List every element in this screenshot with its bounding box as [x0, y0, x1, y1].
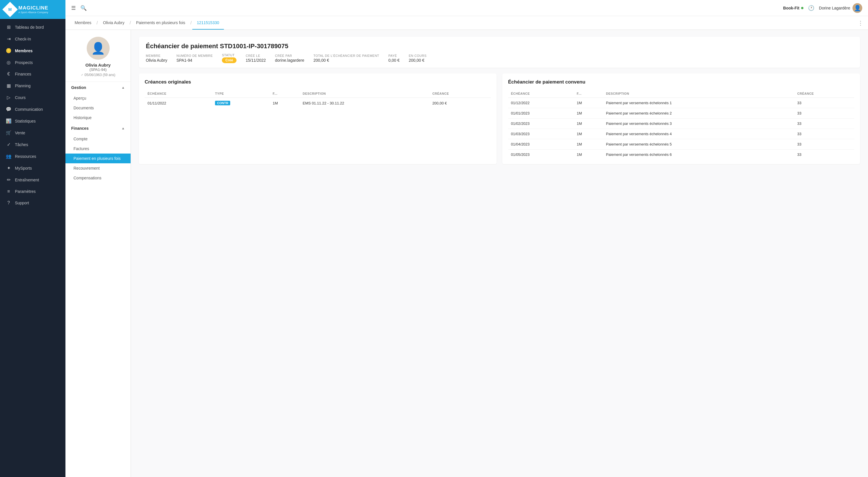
creances-table: ÉCHÉANCE TYPE F... DESCRIPTION CRÉANCE 0…	[145, 90, 491, 108]
avatar: 👤	[852, 3, 862, 13]
table-row[interactable]: 01/04/2023 1M Paiement par versements éc…	[508, 139, 854, 150]
sidebar-item-planning[interactable]: ▦ Planning	[0, 80, 65, 92]
col-echeance: ÉCHÉANCE	[145, 90, 212, 98]
logo[interactable]: M MAGICLINE A Sport Alliance Company	[0, 0, 65, 19]
meta-total: Total de l'échéancier de paiement 200,00…	[313, 54, 379, 63]
main-area: ☰ 🔍 Book-Fit 🕐 Dorine Lagardère 👤 Membre…	[65, 0, 868, 477]
gestion-items: Aperçu Documents Historique	[65, 93, 131, 123]
breadcrumb-sep-1: /	[96, 20, 98, 26]
sidebar-item-prospects[interactable]: ◎ Prospects	[0, 57, 65, 68]
cell-f: 1M	[574, 150, 603, 160]
prospects-icon: ◎	[6, 60, 11, 65]
search-icon[interactable]: 🔍	[81, 5, 87, 11]
sidebar-item-communication[interactable]: 💬 Communication	[0, 103, 65, 115]
finances-icon: €	[6, 71, 11, 76]
sidebar-item-check-in[interactable]: ⇥ Check-In	[0, 33, 65, 45]
cours-icon: ▷	[6, 95, 11, 100]
sidebar-item-parametres[interactable]: ≡ Paramètres	[0, 186, 65, 197]
sidebar: M MAGICLINE A Sport Alliance Company ⊞ T…	[0, 0, 65, 477]
meta-cree-par: Créé par dorine.lagardere	[275, 54, 304, 63]
cell-description: Paiement par versements échelonnés 2	[603, 108, 794, 119]
logo-title: MAGICLINE	[19, 5, 48, 11]
gestion-chevron-icon: ▲	[121, 86, 125, 90]
creances-section: Créances originales ÉCHÉANCE TYPE F... D…	[139, 73, 497, 164]
meta-en-cours: En cours 200,00 €	[409, 54, 427, 63]
member-id: (SPA1-94)	[90, 67, 107, 72]
logo-sub: A Sport Alliance Company	[19, 11, 48, 14]
finances-section-header[interactable]: Finances ▲	[65, 123, 131, 134]
payment-header-card: Échéancier de paiement STD1001-IP-301789…	[139, 37, 860, 68]
menu-icon[interactable]: ☰	[71, 5, 76, 11]
gestion-section-header[interactable]: Gestion ▲	[65, 82, 131, 93]
col-type: TYPE	[212, 90, 270, 98]
cell-description: EMS 01.11.22 - 30.11.22	[300, 98, 429, 108]
nav-compensations[interactable]: Compensations	[65, 173, 131, 183]
table-row[interactable]: 01/05/2023 1M Paiement par versements éc…	[508, 150, 854, 160]
nav-historique[interactable]: Historique	[65, 113, 131, 123]
cell-f: 1M	[270, 98, 300, 108]
cell-echeance: 01/11/2022	[145, 98, 212, 108]
cell-f: 1M	[574, 108, 603, 119]
sidebar-item-statistiques[interactable]: 📊 Statistiques	[0, 115, 65, 127]
parametres-icon: ≡	[6, 189, 11, 194]
meta-membre: Membre Olivia Aubry	[146, 54, 167, 63]
nav-compte[interactable]: Compte	[65, 134, 131, 144]
cell-echeance: 01/05/2023	[508, 150, 574, 160]
meta-statut: Statut Créé	[222, 53, 237, 63]
status-badge: Créé	[222, 57, 237, 63]
cell-f: 1M	[574, 98, 603, 108]
sidebar-item-vente[interactable]: 🛒 Vente	[0, 127, 65, 139]
cell-creance: 33	[795, 129, 854, 139]
sidebar-item-taches[interactable]: ✓ Tâches	[0, 139, 65, 150]
table-row[interactable]: 01/03/2023 1M Paiement par versements éc…	[508, 129, 854, 139]
cell-creance: 33	[795, 98, 854, 108]
payment-title: Échéancier de paiement STD1001-IP-301789…	[146, 42, 853, 50]
cell-echeance: 01/01/2023	[508, 108, 574, 119]
vente-icon: 🛒	[6, 130, 11, 135]
cell-creance: 200,00 €	[429, 98, 491, 108]
sidebar-item-membres[interactable]: 🪙 Membres	[0, 45, 65, 57]
table-row[interactable]: 01/02/2023 1M Paiement par versements éc…	[508, 119, 854, 129]
user-menu[interactable]: Dorine Lagardère 👤	[819, 3, 862, 13]
brand-name: Book-Fit	[783, 6, 803, 10]
more-options-icon[interactable]: ⋮	[858, 20, 863, 26]
breadcrumb-olivia-aubry[interactable]: Olivia Aubry	[98, 17, 129, 30]
sidebar-item-mysports[interactable]: ✦ MySports	[0, 162, 65, 174]
sidebar-item-entrainement[interactable]: ✏ Entraînement	[0, 174, 65, 186]
sidebar-item-ressources[interactable]: 👥 Ressources	[0, 150, 65, 162]
nav-recouvrement[interactable]: Recouvrement	[65, 163, 131, 173]
nav-paiement-plusieurs-fois[interactable]: Paiement en plusieurs fois	[65, 154, 131, 163]
sidebar-item-finances[interactable]: € Finances	[0, 68, 65, 80]
ressources-icon: 👥	[6, 154, 11, 159]
table-row[interactable]: 01/11/2022 CONTR 1M EMS 01.11.22 - 30.11…	[145, 98, 491, 108]
nav-factures[interactable]: Factures	[65, 144, 131, 154]
cell-description: Paiement par versements échelonnés 1	[603, 98, 794, 108]
table-row[interactable]: 01/12/2022 1M Paiement par versements éc…	[508, 98, 854, 108]
breadcrumb-id[interactable]: 1211515330	[192, 17, 224, 30]
dashboard-icon: ⊞	[6, 24, 11, 30]
nav-documents[interactable]: Documents	[65, 103, 131, 113]
sidebar-item-support[interactable]: ? Support	[0, 197, 65, 209]
membres-icon: 🪙	[6, 48, 11, 53]
brand-status-dot	[801, 7, 803, 9]
detail-panel: Échéancier de paiement STD1001-IP-301789…	[131, 30, 868, 477]
sidebar-nav: ⊞ Tableau de bord ⇥ Check-In 🪙 Membres ◎…	[0, 19, 65, 477]
member-name: Olivia Aubry	[86, 63, 111, 67]
breadcrumb-membres[interactable]: Membres	[70, 17, 96, 30]
communication-icon: 💬	[6, 106, 11, 112]
table-row[interactable]: 01/01/2023 1M Paiement par versements éc…	[508, 108, 854, 119]
payment-meta: Membre Olivia Aubry Numéro de membre SPA…	[146, 53, 853, 63]
sidebar-item-tableau-de-bord[interactable]: ⊞ Tableau de bord	[0, 21, 65, 33]
sidebar-item-cours[interactable]: ▷ Cours	[0, 92, 65, 103]
cell-description: Paiement par versements échelonnés 3	[603, 119, 794, 129]
echeancier-title: Échéancier de paiement convenu	[508, 79, 854, 85]
cell-creance: 33	[795, 108, 854, 119]
breadcrumb-sep-3: /	[190, 20, 192, 26]
nav-apercu[interactable]: Aperçu	[65, 93, 131, 103]
cell-echeance: 01/03/2023	[508, 129, 574, 139]
tables-row: Créances originales ÉCHÉANCE TYPE F... D…	[139, 73, 860, 164]
member-avatar: 👤	[87, 37, 110, 60]
finances-chevron-icon: ▲	[121, 126, 125, 130]
breadcrumb-paiements[interactable]: Paiements en plusieurs fois	[131, 17, 190, 30]
col-echeance2: ÉCHÉANCE	[508, 90, 574, 98]
